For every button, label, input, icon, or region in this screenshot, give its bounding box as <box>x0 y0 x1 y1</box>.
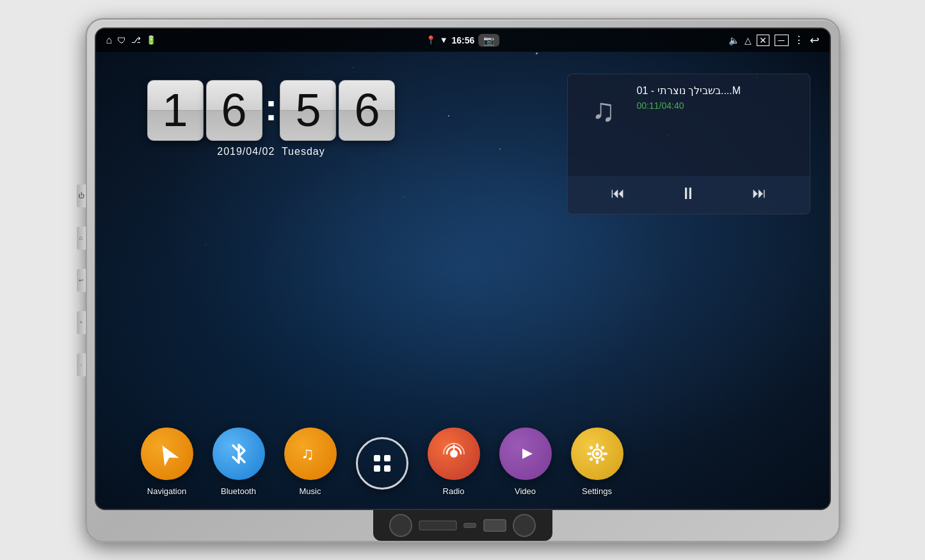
svg-rect-11 <box>596 444 599 448</box>
clock-separator: : <box>265 85 278 129</box>
wifi-icon: ▼ <box>440 35 448 45</box>
svg-text:♫: ♫ <box>301 444 314 463</box>
svg-rect-18 <box>600 456 604 461</box>
dock-button-left[interactable] <box>389 514 412 537</box>
status-time: 16:56 <box>452 35 475 45</box>
app-settings[interactable]: Settings <box>571 428 623 496</box>
app-video[interactable]: Video <box>499 428 552 496</box>
location-icon: 📍 <box>426 35 436 45</box>
svg-rect-4 <box>374 465 380 472</box>
svg-rect-17 <box>588 456 593 461</box>
radio-label: Radio <box>443 486 465 496</box>
svg-marker-8 <box>522 449 533 459</box>
svg-rect-2 <box>374 455 380 461</box>
svg-rect-14 <box>603 452 607 455</box>
usb-icon: ⎇ <box>131 35 141 45</box>
music-label: Music <box>300 486 321 496</box>
status-center: 📍 ▼ 16:56 📷 <box>426 34 500 47</box>
dock-button-right[interactable] <box>513 514 536 537</box>
camera-badge: 📷 <box>478 34 499 47</box>
apps-grid-icon <box>356 437 408 490</box>
app-navigation[interactable]: Navigation <box>141 428 193 496</box>
svg-rect-3 <box>384 455 390 461</box>
svg-rect-16 <box>600 445 604 449</box>
bluetooth-icon <box>213 428 265 480</box>
dock-connector <box>419 520 457 531</box>
music-album-art: ♫ <box>578 84 629 136</box>
status-right-icons: 🔈 △ ✕ ─ ⋮ ↩ <box>728 33 819 47</box>
vol-down-button[interactable]: - <box>77 353 86 376</box>
back-button[interactable]: ↩ <box>77 269 86 292</box>
music-icon: ♫ <box>284 428 337 480</box>
battery-icon: 🔋 <box>146 35 156 45</box>
bottom-dock <box>373 510 552 541</box>
clock-hour-tens: 1 <box>147 80 204 141</box>
music-top: ♫ 01 - בשבילך נוצרתי....M 00:11/04:40 <box>568 74 810 176</box>
home-button[interactable]: ⌂ <box>77 227 86 250</box>
android-back-icon: ↩ <box>810 33 819 47</box>
svg-point-10 <box>595 452 599 456</box>
clock-widget: 1 6 : 5 6 2019/04/02 Tuesday <box>147 80 396 157</box>
music-time: 00:11/04:40 <box>637 100 800 111</box>
dock-slot <box>463 523 476 528</box>
radio-icon <box>428 428 480 480</box>
prev-track-button[interactable]: ⏮ <box>611 185 625 202</box>
app-grid: Navigation Bluetooth ♫ <box>134 428 817 496</box>
eject-icon: △ <box>744 35 752 45</box>
app-music[interactable]: ♫ Music <box>284 428 337 496</box>
play-pause-button[interactable]: ⏸ <box>680 184 696 204</box>
home-icon: ⌂ <box>106 35 113 46</box>
music-title: 01 - בשבילך נוצרתי....M <box>637 84 800 97</box>
app-bluetooth[interactable]: Bluetooth <box>213 428 265 496</box>
close-icon: ✕ <box>757 35 769 46</box>
settings-icon <box>571 428 623 480</box>
minus-icon: ─ <box>775 35 789 46</box>
navigation-label: Navigation <box>147 486 186 496</box>
svg-rect-15 <box>588 445 593 449</box>
clock-hour-ones: 6 <box>206 80 262 141</box>
video-icon <box>499 428 552 480</box>
car-head-unit: ⏻ ⌂ ↩ + - <box>85 18 841 543</box>
menu-icon: ⋮ <box>794 34 805 46</box>
music-controls: ⏮ ⏸ ⏭ <box>568 176 810 214</box>
svg-rect-12 <box>596 460 599 464</box>
svg-point-6 <box>450 450 458 458</box>
status-left-icons: ⌂ 🛡 ⎇ 🔋 <box>106 35 728 46</box>
dock-usb <box>483 519 506 532</box>
vol-up-button[interactable]: + <box>77 311 86 334</box>
settings-label: Settings <box>582 486 612 496</box>
clock-date: 2019/04/02 Tuesday <box>217 146 325 157</box>
power-button[interactable]: ⏻ <box>77 184 86 207</box>
video-label: Video <box>515 486 536 496</box>
volume-icon: 🔈 <box>728 35 739 45</box>
svg-marker-0 <box>155 441 179 466</box>
status-bar: ⌂ 🛡 ⎇ 🔋 📍 ▼ 16:56 📷 🔈 △ ✕ <box>96 29 830 52</box>
app-apps[interactable] <box>356 437 408 496</box>
shield-icon: 🛡 <box>117 35 126 45</box>
next-track-button[interactable]: ⏭ <box>752 185 766 202</box>
navigation-icon <box>141 428 193 480</box>
svg-rect-13 <box>587 452 591 455</box>
clock-digits: 1 6 : 5 6 <box>147 80 396 141</box>
music-note-icon: ♫ <box>591 92 616 129</box>
physical-side-buttons: ⏻ ⌂ ↩ + - <box>77 184 86 376</box>
screen-bezel: ⌂ 🛡 ⎇ 🔋 📍 ▼ 16:56 📷 🔈 △ ✕ <box>95 28 831 510</box>
bluetooth-label: Bluetooth <box>221 486 256 496</box>
app-radio[interactable]: Radio <box>428 428 480 496</box>
clock-min-tens: 5 <box>280 80 336 141</box>
svg-rect-5 <box>384 465 390 472</box>
music-info: 01 - בשבילך נוצרתי....M 00:11/04:40 <box>629 84 800 111</box>
music-player-widget[interactable]: ♫ 01 - בשבילך נוצרתי....M 00:11/04:40 ⏮ … <box>567 74 810 214</box>
clock-min-ones: 6 <box>339 80 395 141</box>
screen: ⌂ 🛡 ⎇ 🔋 📍 ▼ 16:56 📷 🔈 △ ✕ <box>96 29 830 509</box>
